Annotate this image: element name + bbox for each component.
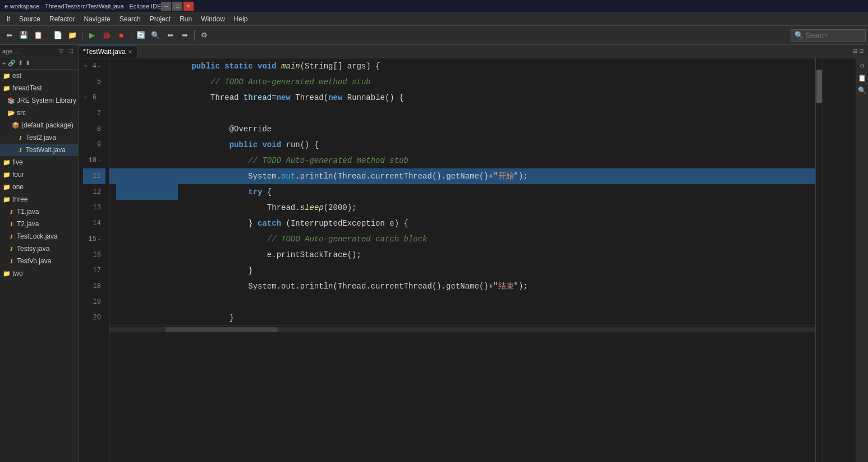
toolbar-btn-run[interactable]: ▶ — [85, 29, 99, 42]
menu-item-navigate[interactable]: Navigate — [79, 14, 114, 24]
line-num-9: 9 — [97, 141, 101, 149]
sidebar-item-testvo[interactable]: J TestVo.java — [0, 255, 78, 267]
sidebar-item-testwait[interactable]: J TestWait.java — [0, 144, 78, 156]
gutter-line-19: 19 — [83, 294, 105, 310]
project-icon: 📁 — [2, 71, 11, 80]
sidebar-btn-new[interactable]: + — [2, 60, 6, 67]
folder-icon-five: 📁 — [2, 158, 11, 167]
sidebar-item-label-one: one — [12, 183, 24, 191]
sidebar-header: age ... ▽ □ — [0, 45, 78, 57]
sidebar-item-label-testsy: Testsy.java — [17, 245, 49, 253]
token — [173, 187, 248, 196]
toolbar-btn-stop[interactable]: ■ — [114, 29, 128, 42]
toolbar-btn-open[interactable]: 📁 — [66, 29, 79, 42]
sidebar-item-two[interactable]: 📁 two — [0, 267, 78, 280]
sidebar-item-label-testlock: TestLock.java — [17, 232, 58, 240]
java-icon-testlock: J — [7, 232, 16, 241]
editor-tab-testwait[interactable]: *TestWait.java ✕ — [79, 45, 137, 58]
token: try — [248, 187, 262, 196]
sidebar-item-label-t1: T1.java — [17, 208, 39, 216]
close-button[interactable]: ✕ — [183, 2, 194, 11]
toolbar-separator-2 — [82, 30, 82, 41]
scroll-thumb[interactable] — [816, 70, 822, 103]
tab-restore-button[interactable]: ⊟ — [853, 47, 857, 56]
sidebar-item-five[interactable]: 📁 five — [0, 156, 78, 168]
maximize-button[interactable]: □ — [172, 2, 182, 11]
main-layout: age ... ▽ □ + 🔗 ⬆ ⬇ 📁 est 📁 hreadTest 📚 … — [0, 45, 868, 462]
sidebar-buttons: ▽ □ — [57, 47, 76, 56]
toolbar-separator-1 — [48, 30, 48, 41]
token: } — [173, 313, 234, 322]
sidebar-item-t2[interactable]: J T2.java — [0, 218, 78, 230]
sidebar-item-testlock[interactable]: J TestLock.java — [0, 230, 78, 243]
right-panel-icon-2[interactable]: 📋 — [857, 73, 867, 83]
gutter-line-14: 14 — [83, 216, 105, 231]
menu-item-window[interactable]: Window — [196, 14, 229, 24]
java-icon-testvo: J — [7, 257, 16, 266]
sidebar-item-four[interactable]: 📁 four — [0, 168, 78, 181]
menu-item-run[interactable]: Run — [175, 14, 196, 24]
sidebar-item-t1[interactable]: J T1.java — [0, 205, 78, 218]
line-num-12: 12 — [93, 188, 101, 196]
minimize-button[interactable]: ─ — [161, 2, 171, 11]
fold-arrow-6[interactable]: ▽ — [84, 95, 87, 101]
sidebar-item-est[interactable]: 📁 est — [0, 70, 78, 82]
tab-close-button[interactable]: ✕ — [128, 49, 132, 55]
code-area[interactable]: public static void main(String[] args) {… — [109, 58, 815, 462]
toolbar-btn-2[interactable]: 💾 — [17, 29, 30, 42]
sidebar-btn-expand[interactable]: ⬇ — [25, 60, 30, 67]
line-num-20: 20 — [93, 314, 101, 322]
line-num-11: 11 — [93, 172, 101, 180]
toolbar-btn-nav-fwd[interactable]: ➡ — [178, 29, 191, 42]
menu-item-search[interactable]: Search — [115, 14, 145, 24]
sidebar-toolbar: + 🔗 ⬆ ⬇ — [0, 57, 78, 70]
line-gutter: ▽ 4 - 5 ▽ 6 - 7 8 9 — [79, 58, 109, 462]
toolbar-btn-search[interactable]: 🔍 — [149, 29, 162, 42]
toolbar-btn-extra[interactable]: ⚙ — [198, 29, 211, 42]
folder-icon-two: 📁 — [2, 269, 11, 278]
token: new — [328, 93, 342, 102]
sidebar-btn-link[interactable]: 🔗 — [8, 60, 16, 67]
sidebar-item-three[interactable]: 📁 three — [0, 193, 78, 205]
right-panel-icon-3[interactable]: 🔍 — [857, 85, 867, 95]
sidebar-btn-collapse2[interactable]: ⬆ — [18, 60, 23, 67]
toolbar-btn-1[interactable]: ⬅ — [2, 29, 16, 42]
sidebar-btn-menu[interactable]: □ — [67, 47, 76, 56]
line-num-15: 15 — [89, 235, 97, 243]
gutter-line-6: ▽ 6 - — [83, 90, 105, 106]
menu-item-refactor[interactable]: Refactor — [45, 14, 79, 24]
toolbar-btn-nav-back[interactable]: ⬅ — [163, 29, 177, 42]
menu-item-project[interactable]: Project — [145, 14, 175, 24]
sidebar-item-test2[interactable]: J Test2.java — [0, 131, 78, 144]
vertical-scrollbar[interactable] — [815, 58, 822, 462]
menu-item-it[interactable]: it — [2, 14, 15, 24]
sidebar-item-default-pkg[interactable]: 📦 (default package) — [0, 119, 78, 131]
toolbar-btn-debug[interactable]: 🐞 — [100, 29, 113, 42]
menu-bar: it Source Refactor Navigate Search Proje… — [0, 12, 868, 26]
toolbar-btn-refresh[interactable]: 🔄 — [134, 29, 148, 42]
editor-container: *TestWait.java ✕ ⊟ ⊡ ▽ 4 - 5 — [79, 45, 868, 462]
sidebar-item-testsy[interactable]: J Testsy.java — [0, 243, 78, 255]
right-panel-icon-1[interactable]: ⚙ — [857, 61, 867, 71]
sidebar-item-one[interactable]: 📁 one — [0, 181, 78, 193]
line-num-5: 5 — [97, 78, 101, 86]
sidebar-item-src[interactable]: 📂 src — [0, 107, 78, 119]
gutter-line-5: 5 — [83, 74, 105, 90]
sidebar-item-jre[interactable]: 📚 JRE System Library — [0, 94, 78, 107]
search-bar[interactable]: 🔍 — [791, 29, 866, 42]
sidebar-item-label-test2: Test2.java — [26, 134, 56, 141]
toolbar-btn-3[interactable]: 📋 — [31, 29, 45, 42]
sidebar-item-hreadtest[interactable]: 📁 hreadTest — [0, 82, 78, 94]
menu-item-source[interactable]: Source — [15, 14, 45, 24]
sidebar-btn-collapse[interactable]: ▽ — [57, 47, 66, 56]
folder-icon-one: 📁 — [2, 182, 11, 191]
java-icon-t1: J — [7, 207, 16, 216]
menu-item-help[interactable]: Help — [229, 14, 252, 24]
sidebar-item-label-three: three — [12, 195, 27, 203]
tab-maximize-button[interactable]: ⊡ — [860, 47, 864, 56]
fold-arrow-4[interactable]: ▽ — [84, 63, 87, 70]
debug-marker-6: - — [98, 95, 101, 101]
folder-icon-four: 📁 — [2, 170, 11, 179]
toolbar-btn-new[interactable]: 📄 — [51, 29, 65, 42]
search-input[interactable] — [806, 31, 862, 39]
